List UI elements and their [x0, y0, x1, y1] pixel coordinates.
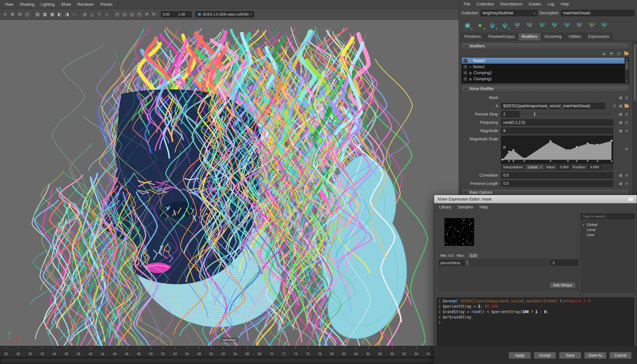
map-icon[interactable]: ▤ — [618, 181, 623, 186]
wireframe-icon[interactable]: ▤ — [34, 11, 41, 18]
time-tick[interactable]: 70 — [266, 346, 278, 357]
camera-attributes-icon[interactable]: ◎ — [81, 11, 88, 18]
tab-grooming[interactable]: Grooming — [541, 33, 565, 40]
map-icon[interactable]: ▤ — [618, 173, 623, 178]
xray-icon[interactable]: ◨ — [63, 11, 70, 18]
density-comb-icon[interactable]: Ψ — [587, 20, 597, 31]
widget-slider-cursor[interactable] — [467, 260, 468, 265]
search-input[interactable] — [581, 214, 635, 219]
time-tick[interactable]: 48 — [133, 346, 145, 357]
grease-pencil-icon[interactable]: ◳ — [136, 11, 143, 18]
xgen-menu-file[interactable]: File — [461, 1, 473, 7]
tab-primitives[interactable]: Primitives — [461, 33, 484, 40]
tree-item-local[interactable]: Local — [582, 227, 634, 232]
percent-stray-field[interactable]: 2 — [501, 111, 519, 117]
noise-modifier-header[interactable]: ▼ Noise Modifier — [462, 85, 629, 92]
viewport-menu-view[interactable]: View — [2, 1, 16, 8]
ramp-key-point[interactable] — [611, 140, 612, 142]
time-tick[interactable]: 36 — [60, 346, 72, 357]
modifier-move-up-icon[interactable]: ▲ — [601, 51, 607, 56]
add-widget-button[interactable]: Add Widget — [549, 282, 576, 288]
slider-handle[interactable] — [533, 112, 536, 116]
ramp-key-position[interactable] — [508, 160, 510, 162]
gamma-field[interactable]: 1.00 — [176, 11, 192, 18]
redo-view-icon[interactable]: ↻ — [150, 11, 157, 18]
tree-item-global[interactable]: ▸Global — [582, 222, 634, 227]
time-tick[interactable]: 80 — [326, 346, 338, 357]
ramp-expand-icon[interactable]: ▸ — [624, 146, 629, 151]
time-tick[interactable]: 92 — [398, 346, 410, 357]
ramp-key-position[interactable] — [611, 160, 612, 162]
smooth-brush-icon[interactable]: Ψ — [525, 20, 534, 31]
range-slider-bar[interactable] — [1, 358, 457, 363]
time-tick[interactable]: 50 — [145, 346, 157, 357]
time-tick[interactable]: 82 — [338, 346, 350, 357]
ramp-key-point[interactable] — [597, 144, 598, 145]
map-icon[interactable]: ▤ — [618, 95, 623, 100]
expr-menu-samples[interactable]: Samples — [455, 204, 476, 210]
expression-code-editor[interactable]: 1$a=map('${DESC}/paintmaps/mask_noise2_m… — [437, 298, 634, 346]
expression-icon[interactable]: ≡ — [624, 129, 629, 133]
apply-button[interactable]: Apply — [509, 352, 531, 359]
elevation-brush-icon[interactable]: Ψ — [575, 20, 584, 31]
ramp-key-point[interactable] — [512, 149, 514, 151]
time-slider[interactable]: 2628303234363840424446485052545658606264… — [0, 346, 459, 357]
time-tick[interactable]: 74 — [290, 346, 302, 357]
time-tick[interactable]: 78 — [314, 346, 326, 357]
time-tick[interactable]: 68 — [254, 346, 266, 357]
time-tick[interactable]: 72 — [277, 346, 290, 357]
save-button[interactable]: Save — [559, 352, 581, 359]
save-as-button[interactable]: Save As — [584, 352, 606, 359]
isolate-select-icon[interactable]: ○ — [71, 11, 78, 18]
xgen-menu-descriptions[interactable]: Descriptions — [497, 1, 525, 7]
ramp-key-position[interactable] — [587, 160, 589, 162]
cut-brush-icon[interactable]: Ψ — [562, 20, 572, 31]
modifier-list-scrollbar[interactable]: ▲ ▼ — [625, 58, 629, 83]
time-tick[interactable]: 56 — [181, 346, 193, 357]
accept-button[interactable]: Accept — [534, 352, 556, 359]
ramp-position-field[interactable]: 0.000 — [588, 164, 601, 170]
time-tick[interactable]: 62 — [217, 346, 229, 357]
map-icon[interactable]: ▤ — [618, 129, 623, 133]
add-guides-tool-icon[interactable]: ψ▾ — [488, 20, 497, 31]
ramp-key-point[interactable] — [587, 143, 589, 144]
ramp-key-position[interactable] — [513, 160, 514, 162]
time-tick[interactable]: 86 — [362, 346, 374, 357]
time-tick[interactable]: 76 — [302, 346, 314, 357]
time-tick[interactable]: 28 — [12, 346, 24, 357]
panel-menu-icon[interactable]: ≡ — [2, 11, 9, 18]
viewport-menu-shading[interactable]: Shading — [17, 1, 37, 8]
expression-icon[interactable]: ≡ — [624, 173, 629, 178]
viewport-menu-lighting[interactable]: Lighting — [38, 1, 58, 8]
paint-map-icon[interactable]: ▧ — [618, 104, 623, 108]
snap-curve-icon[interactable]: ⊟ — [16, 11, 23, 18]
grab-brush-icon[interactable]: Ψ — [550, 20, 559, 31]
widget-slider[interactable] — [464, 260, 550, 266]
map-icon[interactable]: ▤ — [618, 120, 623, 125]
expr-menu-help[interactable]: Help — [477, 204, 490, 210]
range-slider[interactable] — [0, 357, 459, 364]
time-tick[interactable]: 64 — [229, 346, 241, 357]
tab-preview-output[interactable]: Preview/Output — [485, 33, 518, 40]
time-tick[interactable]: 84 — [350, 346, 362, 357]
time-tick[interactable]: 26 — [0, 346, 12, 357]
ramp-key-position[interactable] — [550, 160, 551, 162]
modifier-row-clumping1[interactable]: ✓ψClumping1 — [462, 76, 625, 82]
correlation-field[interactable]: 0.0 — [501, 172, 613, 178]
expression-icon[interactable]: ≡ — [624, 181, 629, 186]
scroll-thumb[interactable] — [626, 61, 628, 70]
modifier-row-clumping2[interactable]: ✓ψClumping2 — [462, 70, 625, 76]
scroll-down-icon[interactable]: ▼ — [626, 80, 628, 83]
film-gate-icon[interactable]: △ — [89, 11, 96, 18]
modifier-checkbox[interactable]: ✓ — [463, 71, 467, 75]
preview-material-icon[interactable]: ●▾ — [475, 20, 485, 31]
time-tick[interactable]: 94 — [410, 346, 422, 357]
expression-editor-titlebar[interactable]: XGen Expression Editor: mask — [434, 195, 637, 203]
ramp-key-point[interactable] — [576, 146, 577, 148]
cancel-button[interactable]: Cancel — [609, 352, 632, 359]
ramp-key-point[interactable] — [567, 149, 569, 151]
viewport-canvas[interactable]: camera1 — [0, 20, 459, 346]
xgen-menu-guides[interactable]: Guides — [526, 1, 544, 7]
xgen-menu-log[interactable]: Log — [545, 1, 557, 7]
textured-icon[interactable]: ▩ — [49, 11, 56, 18]
